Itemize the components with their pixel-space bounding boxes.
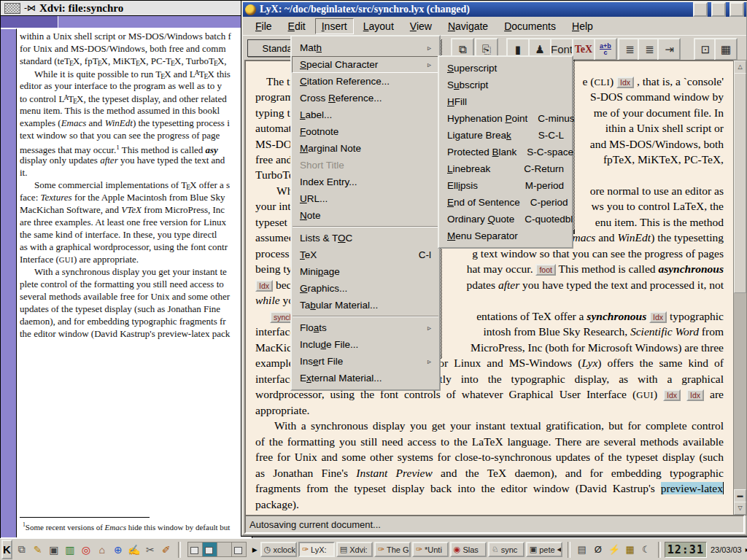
task-button-the-g[interactable]: ✑The G [374, 542, 411, 557]
pager-desktop-3[interactable] [217, 542, 232, 556]
menu-item-cross-reference[interactable]: Cross Reference... [292, 90, 439, 106]
menu-item-ligature-break[interactable]: Ligature BreakS-C-L [439, 127, 572, 144]
task-button-sync[interactable]: ♘sync [488, 542, 525, 557]
inset-button[interactable]: foot [535, 264, 556, 276]
korganizer-icon[interactable]: ▦ [622, 542, 638, 558]
menu-item-marginal-note[interactable]: Marginal Note [292, 140, 439, 157]
menubar-item-file[interactable]: File [249, 18, 279, 34]
task-button-pete[interactable]: ▣pete◀ [526, 542, 562, 557]
menu-item-insert-file[interactable]: Insert File▹ [292, 353, 439, 370]
inset-button[interactable]: Idx [663, 389, 681, 401]
terminal-icon[interactable]: ▥ [62, 541, 78, 558]
pager-desktop-2[interactable] [203, 542, 217, 556]
printer-icon[interactable]: ▤ [574, 542, 590, 558]
menu-item-url[interactable]: URL... [292, 190, 439, 207]
lyx-vertical-scrollbar[interactable]: △ ▬ ▽ [733, 60, 747, 516]
menubar-item-view[interactable]: View [403, 18, 438, 34]
lyx-titlebar[interactable]: LyX: ~/doc/beginlatex/src/synchro.lyx (c… [243, 2, 746, 17]
xdvi-text-line: Interface (GUI) are appropriate. [20, 253, 139, 266]
menu-item-hyphenation-point[interactable]: Hyphenation PointC-minus [439, 110, 572, 127]
menu-item-special-character[interactable]: Special Character▹ [292, 56, 439, 73]
menu-item-subscript[interactable]: Subscript [439, 77, 572, 93]
scroll-down-button[interactable]: ▽ [734, 502, 746, 515]
menu-item-menu-separator[interactable]: Menu Separator [439, 228, 572, 244]
maximize-button[interactable] [711, 2, 726, 17]
menu-item-external-material[interactable]: External Material... [292, 370, 439, 386]
menu-item-footnote[interactable]: Footnote [292, 123, 439, 140]
menu-item-note[interactable]: Note [292, 207, 439, 224]
logout-icon[interactable]: Ø [590, 542, 606, 558]
menu-item-ellipsis[interactable]: EllipsisM-period [439, 177, 572, 194]
menu-item-protected-blank[interactable]: Protected BlankS-C-space [439, 144, 572, 160]
menu-item-math[interactable]: Math▹ [292, 39, 439, 56]
task-button-slas[interactable]: ◉Slas [450, 542, 487, 557]
xdvi-horizontal-scrollbar[interactable] [1, 16, 252, 28]
menu-item-ordinary-quote[interactable]: Ordinary QuoteC-quotedbl [439, 211, 572, 228]
menubar-item-help[interactable]: Help [565, 18, 600, 34]
taskbar-date[interactable]: 23/03/03 [708, 545, 744, 554]
knotes-icon[interactable]: ✎ [30, 541, 46, 558]
pager-desktop-1[interactable] [188, 542, 203, 556]
xdvi-window-menu-icon[interactable] [4, 3, 20, 14]
table-icon[interactable]: ▦ [714, 38, 738, 61]
increase-depth-icon[interactable]: ⇥ [657, 38, 681, 61]
scroll-up-button[interactable]: △ [734, 61, 746, 74]
menu-item-graphics[interactable]: Graphics... [292, 280, 439, 297]
window-list-icon[interactable]: ⧉ [14, 541, 30, 558]
task-button-xclock[interactable]: ◷xclock [260, 542, 297, 557]
menu-item-end-of-sentence[interactable]: End of SentenceC-period [439, 194, 572, 211]
task-button-unti[interactable]: ✑*Unti [412, 542, 449, 557]
lyx-app-icon[interactable] [245, 4, 256, 15]
help-icon[interactable]: ◎ [78, 541, 94, 558]
minimize-button[interactable] [693, 2, 708, 17]
inset-button[interactable]: Idx [649, 311, 667, 323]
inset-button[interactable]: Idx [686, 389, 704, 401]
task-button-xdvi[interactable]: ▤Xdvi: [336, 542, 373, 557]
pager-desktop-4[interactable] [232, 542, 246, 556]
kate-icon[interactable]: ✐ [158, 541, 174, 558]
task-overflow-icon[interactable]: ◀ [557, 546, 562, 553]
menu-item-linebreak[interactable]: LinebreakC-Return [439, 160, 572, 177]
math-button[interactable]: a+bc [594, 38, 617, 61]
menu-item-citation-reference[interactable]: Citation Reference... [292, 73, 439, 90]
scissors-icon[interactable]: ✂ [142, 541, 158, 558]
menu-item-minipage[interactable]: Minipage [292, 263, 439, 280]
menu-item-superscript[interactable]: Superscript [439, 60, 572, 77]
lyx-scrollbar-thumb[interactable] [734, 73, 746, 293]
menu-item-hfill[interactable]: HFill [439, 93, 572, 110]
xdvi-horizontal-scrollbar-thumb[interactable] [58, 16, 246, 28]
menu-item-tabular-material[interactable]: Tabular Material... [292, 297, 439, 314]
menu-item-tex[interactable]: TeXC-l [292, 246, 439, 263]
menu-item-label[interactable]: Label... [292, 106, 439, 123]
menubar-item-layout[interactable]: Layout [357, 18, 400, 34]
menubar-item-navigate[interactable]: Navigate [441, 18, 495, 34]
text-segment: LATEX [58, 93, 83, 104]
inset-button[interactable]: Idx [616, 77, 634, 88]
menu-item-include-file[interactable]: Include File... [292, 336, 439, 353]
menu-item-index-entry[interactable]: Index Entry... [292, 174, 439, 190]
task-button-lyx[interactable]: ✑LyX: [298, 542, 335, 557]
menubar-item-insert[interactable]: Insert [315, 18, 354, 34]
menubar-item-documents[interactable]: Documents [498, 18, 562, 34]
taskbar-clock[interactable]: 12:31 [665, 542, 707, 558]
xdvi-titlebar[interactable]: -⋈ Xdvi: file:synchro [1, 1, 252, 16]
pager-expand-icon[interactable]: ▶ [251, 546, 259, 553]
xdvi-vertical-scrollbar[interactable] [1, 28, 17, 537]
inset-button[interactable]: Idx [255, 280, 273, 292]
konqueror-icon[interactable]: ⊕ [110, 541, 126, 558]
menu-item-floats[interactable]: Floats▹ [292, 319, 439, 336]
close-button[interactable] [729, 2, 744, 17]
kmenu-button[interactable]: K [1, 540, 12, 559]
plug-icon[interactable]: ⚡ [606, 542, 622, 558]
moon-phase-icon[interactable]: ☾ [638, 542, 654, 558]
home-icon[interactable]: ⌂ [94, 541, 110, 558]
insert-menu: Math▹Special Character▹Citation Referenc… [290, 35, 441, 391]
tex-button[interactable]: TeX [572, 38, 595, 61]
desktop-pager[interactable] [187, 542, 247, 557]
menu-item-lists-toc[interactable]: Lists & TOC [292, 230, 439, 246]
kword-icon[interactable]: ✍ [126, 541, 142, 558]
submenu-arrow-icon: ▹ [427, 324, 431, 332]
scroll-grip-button[interactable]: ▬ [734, 489, 746, 502]
menubar-item-edit[interactable]: Edit [282, 18, 312, 34]
desktop-icon[interactable]: ▣ [46, 541, 62, 558]
